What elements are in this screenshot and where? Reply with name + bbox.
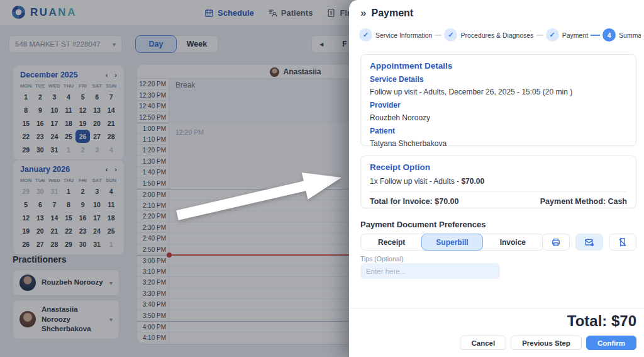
app-root: RUANA SchedulePatients$Finances 548 MARK… [0, 0, 644, 357]
receipt-option-title: Receipt Option [370, 162, 627, 172]
footer-divider [349, 308, 644, 309]
doc-type-superbill[interactable]: Superbill [421, 234, 482, 251]
receipt-divider [370, 191, 627, 192]
step-label: Summary [619, 31, 641, 39]
service-details-value: Follow up visit - Adults, December 26, 2… [370, 88, 627, 96]
collapse-panel-icon[interactable]: » [360, 7, 366, 20]
cancel-button[interactable]: Cancel [460, 336, 506, 350]
wizard-step-2[interactable]: ✓Procedures & Diagnoses [444, 28, 533, 42]
check-icon: ✓ [546, 28, 559, 42]
panel-title-row: » Payment [360, 7, 413, 20]
grand-total: Total: $70 [567, 312, 636, 330]
step-connector [591, 35, 600, 36]
no-receipt-button[interactable] [609, 234, 636, 251]
payment-method: Payment Method: Cash [540, 197, 627, 206]
footer-actions: Cancel Previous Step Confirm [460, 336, 636, 350]
invoice-total: Total for Invoice: $70.00 [370, 197, 458, 206]
wizard-step-1[interactable]: ✓Service Information [359, 28, 432, 42]
document-action-buttons [542, 234, 636, 251]
no-receipt-icon [618, 237, 628, 247]
doc-type-receipt[interactable]: Receipt [361, 234, 422, 250]
appointment-details-title: Appointment Details [370, 61, 627, 71]
check-icon: ✓ [359, 28, 372, 42]
email-icon [584, 237, 594, 247]
step-number-badge: 4 [602, 28, 616, 42]
line-item-text: 1x Follow up visit - Adults - [370, 177, 461, 186]
patient-label: Patient [370, 127, 627, 135]
email-button[interactable] [575, 234, 603, 251]
panel-title: Payment [371, 8, 413, 19]
line-item-amount: $70.00 [461, 177, 484, 186]
appointment-details-card: Appointment Details Service Details Foll… [360, 54, 636, 146]
doc-type-invoice[interactable]: Invoice [482, 234, 543, 250]
print-button[interactable] [542, 234, 570, 251]
wizard-step-3[interactable]: ✓Payment [546, 28, 588, 42]
provider-value: Rouzbeh Noroozy [370, 113, 627, 122]
step-connector [435, 35, 441, 36]
wizard-step-4[interactable]: 4Summary [602, 28, 641, 42]
check-icon: ✓ [444, 28, 457, 42]
confirm-button[interactable]: Confirm [586, 336, 636, 350]
tips-input[interactable] [360, 263, 500, 279]
patient-value: Tatyana Shcherbakova [370, 139, 627, 148]
step-label: Payment [562, 31, 588, 39]
doc-preferences-title: Payment Document Preferences [360, 220, 486, 229]
payment-summary-panel: » Payment ✓Service Information✓Procedure… [349, 0, 644, 357]
step-connector [536, 35, 543, 36]
document-type-segmented: ReceiptSuperbillInvoice [360, 234, 544, 251]
printer-icon [551, 237, 561, 247]
service-details-label: Service Details [370, 75, 627, 84]
step-label: Procedures & Diagnoses [460, 31, 533, 39]
tips-label: Tips (Optional) [360, 255, 403, 263]
wizard-stepper: ✓Service Information✓Procedures & Diagno… [359, 28, 641, 42]
receipt-totals-row: Total for Invoice: $70.00 Payment Method… [370, 197, 627, 206]
previous-step-button[interactable]: Previous Step [511, 336, 582, 350]
receipt-line-item: 1x Follow up visit - Adults - $70.00 [370, 177, 627, 186]
provider-label: Provider [370, 101, 627, 110]
receipt-option-card: Receipt Option 1x Follow up visit - Adul… [360, 156, 636, 208]
step-label: Service Information [375, 31, 432, 39]
